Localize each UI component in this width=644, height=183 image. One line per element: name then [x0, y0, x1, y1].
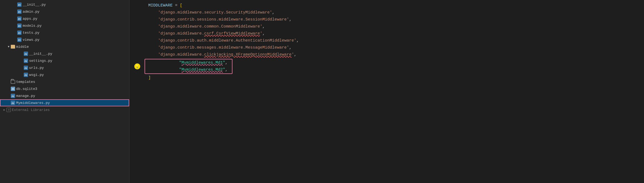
tree-item-views-py[interactable]: py views.py	[0, 36, 129, 43]
bulb-icon[interactable]: 💡	[134, 63, 140, 69]
py-file-icon: py	[24, 66, 28, 70]
tree-item-mymiddlewares-py[interactable]: py Mymiddlewares.py	[0, 99, 129, 106]
file-label: __init__.py	[29, 52, 52, 56]
file-label: db.sqlite3	[16, 87, 37, 91]
tree-item-manage-py[interactable]: py manage.py	[0, 92, 129, 99]
folder-label: External Libraries	[12, 108, 50, 112]
tree-item-middle-init-py[interactable]: py __init__.py	[0, 50, 129, 57]
file-label: models.py	[23, 24, 42, 28]
templates-folder-icon	[11, 80, 15, 84]
tree-item-db-sqlite3[interactable]: db db.sqlite3	[0, 85, 129, 92]
py-file-icon: py	[11, 101, 15, 105]
py-file-icon: py	[11, 94, 15, 98]
file-tree-panel: py __init__.py py admin.py py apps.py py…	[0, 0, 129, 183]
file-label: views.py	[23, 38, 39, 42]
tree-item-init-py[interactable]: py __init__.py	[0, 1, 129, 8]
tree-item-templates[interactable]: templates	[0, 78, 129, 85]
tree-item-settings-py[interactable]: py settings.py	[0, 57, 129, 64]
file-label: manage.py	[16, 94, 35, 98]
file-tree: py __init__.py py admin.py py apps.py py…	[0, 1, 129, 113]
file-label: admin.py	[23, 10, 39, 14]
py-file-icon: py	[17, 2, 22, 7]
tree-item-wsgi-py[interactable]: py wsgi.py	[0, 71, 129, 78]
file-label: Mymiddlewares.py	[16, 101, 50, 105]
folder-icon	[11, 45, 15, 49]
db-file-icon: db	[11, 87, 15, 91]
code-content: "Mymiddlewares.Md2",	[145, 59, 228, 80]
file-label: wsgi.py	[29, 73, 44, 77]
py-file-icon: py	[17, 9, 22, 14]
tree-item-tests-py[interactable]: py tests.py	[0, 29, 129, 36]
file-label: __init__.py	[23, 3, 46, 7]
tree-item-external-libs[interactable]: ▶ ☰ External Libraries	[0, 106, 129, 113]
highlight-box: "Mymiddlewares.Md1", "Mymiddlewares.Md2"…	[145, 59, 232, 74]
tree-item-middle-folder[interactable]: ▼ middle	[0, 43, 129, 50]
chevron-right-icon: ▶	[2, 108, 6, 112]
py-file-icon: py	[17, 30, 22, 35]
py-file-icon: py	[17, 16, 22, 21]
file-label: apps.py	[23, 17, 37, 21]
file-label: tests.py	[23, 31, 39, 35]
code-line-10: "Mymiddlewares.Md2",	[145, 66, 232, 73]
folder-label: middle	[16, 45, 29, 49]
tree-item-models-py[interactable]: py models.py	[0, 22, 129, 29]
tree-item-apps-py[interactable]: py apps.py	[0, 15, 129, 22]
ext-lib-icon: ☰	[6, 108, 11, 112]
py-file-icon: py	[17, 38, 22, 42]
code-editor: MIDDLEWARE = [ 'django.middleware.securi…	[129, 0, 644, 183]
py-file-icon: py	[17, 23, 22, 28]
tree-item-admin-py[interactable]: py admin.py	[0, 8, 129, 15]
tree-item-urls-py[interactable]: py urls.py	[0, 64, 129, 71]
folder-label: templates	[16, 80, 35, 84]
file-label: urls.py	[29, 66, 44, 70]
py-file-icon: py	[24, 59, 28, 63]
py-file-icon: py	[24, 73, 28, 77]
file-label: settings.py	[29, 59, 52, 63]
chevron-down-icon: ▼	[6, 45, 11, 49]
py-file-icon: py	[24, 52, 28, 56]
